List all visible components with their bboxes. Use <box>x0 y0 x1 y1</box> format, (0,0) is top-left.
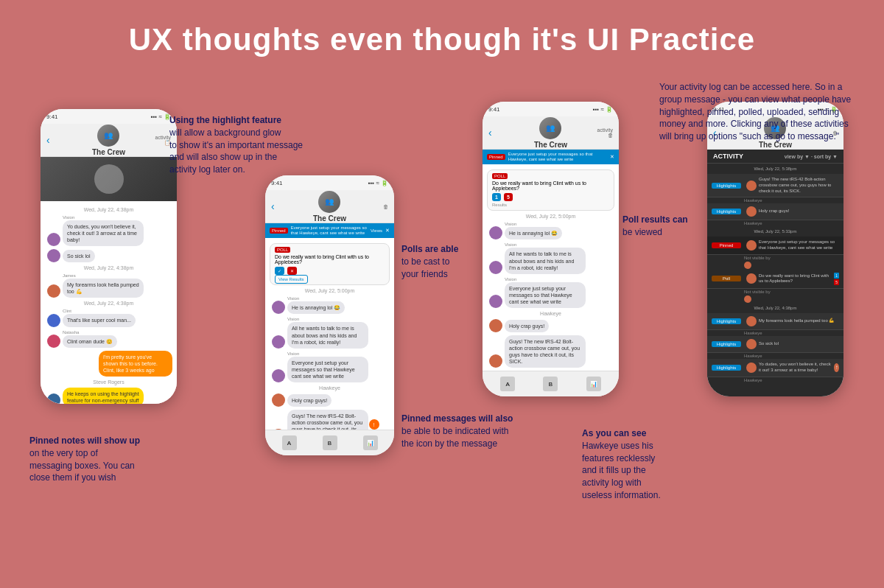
activity-item-6[interactable]: Highlights So sick lol <box>707 336 843 353</box>
msg-row: So sick lol <box>45 249 172 262</box>
activity-label-3: activity <box>597 127 613 133</box>
sort-options[interactable]: view by ▼ · sort by ▼ <box>785 154 838 159</box>
phone2-activity-btn[interactable]: 🗑 <box>383 204 388 209</box>
phone1-wrapper: 9:41 ▪▪▪ ≈ 🔋 ‹ 👥 The Crew activity 📋 Wed… <box>41 87 177 404</box>
activity-text-6: So sick lol <box>759 341 779 347</box>
phone3-activity-btn[interactable]: activity 🗑 <box>597 127 613 138</box>
phone2-date2: Hawkeye <box>270 385 390 391</box>
poll-no[interactable]: ✕ <box>287 267 297 275</box>
results-label: Results <box>492 203 609 207</box>
msg-row: James My forearms look hella pumped too … <box>45 273 172 298</box>
view-results-btn[interactable]: View Results <box>275 275 308 284</box>
msg-bubble: Holy crap guys! <box>287 394 332 407</box>
msg-bubble: That's like super cool man... <box>63 314 136 326</box>
phone1-avatar: 👥 <box>97 125 119 147</box>
activity-badge-7: Highlights <box>712 365 741 371</box>
phone3-no-count: 5 <box>504 193 513 201</box>
back-arrow-icon-2[interactable]: ‹ <box>271 200 275 212</box>
phone2-groupname: The Crew <box>313 214 346 223</box>
msg-row-own: I'm pretty sure you've shown this to us … <box>45 351 172 377</box>
toolbar-icon-3b[interactable]: B <box>543 377 558 391</box>
hawkeye-label-2: Hawkeye <box>707 220 843 226</box>
phone2: 9:41 ▪▪▪ ≈ 🔋 ‹ 👥 The Crew 🗑 Pinned Every… <box>265 175 394 455</box>
sender-name: Natasha <box>63 330 117 335</box>
phone3-header: ‹ 👥 The Crew activity 🗑 <box>483 116 619 150</box>
msg-row: Vision He is annaying lol 😂 <box>487 222 614 239</box>
activity-item[interactable]: Highlights Guys! The new tRS-42 Bolt-act… <box>707 174 843 197</box>
page-title: UX thoughts even though it's UI Practice <box>0 0 884 72</box>
phone2-toolbar: A B 📊 ! <box>265 430 394 455</box>
sender-name: Vision <box>287 296 345 301</box>
back-arrow-icon-3[interactable]: ‹ <box>488 127 492 139</box>
msg-bubble-highlight: He keeps on using the highlight feature … <box>63 388 144 404</box>
activity-badge-poll: Poll <box>712 276 741 281</box>
phone3-chat-body: POLL Do we really want to bring Clint wi… <box>483 164 619 371</box>
phone1-statusbar: 9:41 ▪▪▪ ≈ 🔋 <box>41 109 177 124</box>
msg-avatar <box>47 314 60 327</box>
phone2-chat-body: POLL Do we really want to bring Clint wi… <box>265 238 394 430</box>
msg-row: Vision Everyone just setup your messages… <box>270 351 390 382</box>
sender-name: Vision <box>287 317 368 321</box>
close-pinned-icon-3[interactable]: ✕ <box>610 154 614 160</box>
scroll-up-icon[interactable]: ↑ <box>834 363 839 372</box>
msg-avatar <box>272 301 285 314</box>
phone4-groupname: The Crew <box>759 141 792 149</box>
msg-bubble: All he wants to talk to me is about bows… <box>287 322 368 348</box>
phone1-activity-btn[interactable]: activity 📋 <box>155 135 171 146</box>
msg-avatar <box>47 249 60 262</box>
msg-bubble: Everyone just setup your messages so tha… <box>505 282 586 308</box>
sender-name: Clint <box>63 309 136 313</box>
msg-bubble: Yo dudes, you won't believe it, check it… <box>63 220 144 246</box>
phone3-date: Wed, July 22, 5:00pm <box>487 214 614 219</box>
not-visible-label: Not visible by <box>707 255 843 261</box>
activity-avatar-2 <box>746 206 757 217</box>
msg-row: Vision He is annaying lol 😂 <box>270 296 390 314</box>
msg-avatar <box>272 335 285 349</box>
activity-avatar <box>746 181 757 191</box>
phone3-toolbar: A B 📊 <box>483 371 619 396</box>
toolbar-icon-3a[interactable]: A <box>500 377 515 391</box>
activity-text-4: Do we really want to bring Clint with us… <box>759 273 832 285</box>
phone2-signal: ▪▪▪ ≈ 🔋 <box>368 180 388 186</box>
activity-item-7[interactable]: Highlights Yo dudes, you won't believe i… <box>707 359 843 377</box>
activity-badge-5: Highlights <box>712 318 741 324</box>
msg-bubble: Clint oman dude 😊 <box>63 335 117 348</box>
activity-item-4[interactable]: Poll Do we really want to bring Clint wi… <box>707 270 843 289</box>
activity-item-5[interactable]: Highlights My forearms look hella pumped… <box>707 313 843 330</box>
poll-badge: POLL <box>275 247 290 253</box>
activity-avatar-3 <box>746 240 757 251</box>
toolbar-icon-a[interactable]: A <box>282 435 297 450</box>
trash-icon-3: 🗑 <box>608 133 613 138</box>
toolbar-icon-3c[interactable]: 📊 <box>586 377 601 391</box>
close-pinned-icon[interactable]: ✕ <box>385 228 390 234</box>
msg-bubble: Guys! The new tRS-42 Bolt-action crossbo… <box>505 335 586 368</box>
back-arrow-icon-4[interactable]: ‹ <box>713 127 717 139</box>
back-arrow-icon[interactable]: ‹ <box>46 134 50 146</box>
msg-avatar <box>47 393 60 404</box>
phone4-statusbar: 9:41 ▪▪▪ ≈ 🔋 <box>707 102 843 116</box>
phone3-yes-count: 1 <box>492 193 501 201</box>
phone3-avatar: 👥 <box>539 117 561 139</box>
phone3-pinned-label: Pinned <box>487 154 505 160</box>
toolbar-icon-c[interactable]: 📊 <box>363 435 378 450</box>
phone4-activity-btn[interactable]: 🗑 <box>832 130 838 136</box>
sender-name: Vision <box>505 277 586 281</box>
poll-yes[interactable]: ✓ <box>275 267 284 275</box>
phone4-header: ‹ 👥 The Crew 🗑 <box>707 116 843 150</box>
phone1-signal: ▪▪▪ ≈ 🔋 <box>151 113 171 120</box>
sender-name: Vision <box>505 222 562 226</box>
activity-item-2[interactable]: Highlights Holy crap guys! <box>707 203 843 220</box>
activity-text: Guys! The new tRS-42 Bolt-action crossbo… <box>759 177 839 194</box>
sender-name: Vision <box>505 242 586 247</box>
activity-item-3[interactable]: Pinned Everyone just setup your messages… <box>707 237 843 255</box>
phone3-pinned-banner: Pinned Everyone just setup your messages… <box>483 150 619 164</box>
toolbar-icon-b[interactable]: B <box>323 435 337 450</box>
phone3-time: 9:41 <box>488 106 500 113</box>
msg-avatar <box>489 354 502 368</box>
msg-bubble: Guys! The new tRS-42 Bolt-action crossbo… <box>287 410 368 430</box>
msg-bubble: Holy crap guys! <box>505 320 549 332</box>
hawkeye-label: Hawkeye <box>707 197 843 203</box>
phone1-groupname: The Crew <box>92 148 125 156</box>
activity-avatar-5 <box>746 316 757 326</box>
activity-text-3: Everyone just setup your messages so tha… <box>759 239 839 251</box>
